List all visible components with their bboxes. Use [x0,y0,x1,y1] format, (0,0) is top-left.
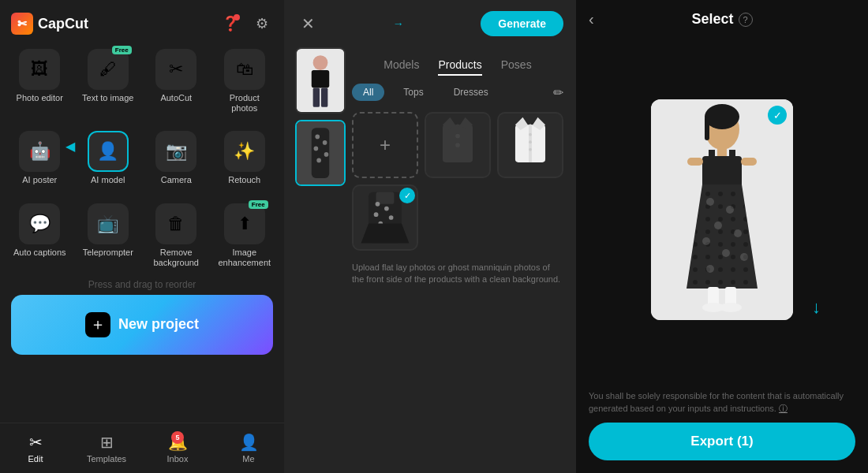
right-panel: ‹ Select ? ✓ [576,0,868,473]
tabs-row: Models Products Poses [339,47,576,76]
text-to-image-icon: Free 🖋 [88,49,129,90]
middle-header: ✕ → Generate [284,0,576,47]
thumbnail-2-image [297,121,344,184]
tool-photo-editor[interactable]: 🖼 Photo editor [8,43,72,120]
upload-hint: Upload flat lay photos or ghost manniqui… [352,262,563,286]
thumbnail-2[interactable] [295,120,346,186]
image-enhancement-icon: Free ⬆ [224,203,265,244]
tab-products[interactable]: Products [438,55,481,76]
tool-camera[interactable]: 📷 Camera [144,125,208,192]
svg-point-51 [722,249,730,257]
nav-edit-label: Edit [28,454,43,464]
nav-edit[interactable]: ✂ Edit [0,428,71,468]
model-preview: ✓ [651,99,793,320]
photo-editor-icon: 🖼 [19,49,60,90]
disclaimer-link[interactable]: ⓘ [779,404,788,413]
close-button[interactable]: ✕ [297,13,319,35]
svg-point-10 [324,152,329,157]
export-button[interactable]: Export (1) [589,423,855,460]
tool-ai-poster[interactable]: 🤖 AI poster [8,125,72,192]
right-header: ‹ Select ? [576,0,868,39]
svg-rect-43 [709,150,715,161]
middle-panel: ✕ → Generate [284,0,576,473]
new-project-button[interactable]: ＋ New project [11,295,273,355]
products-grid: + ✓ [339,107,576,255]
svg-point-48 [714,222,722,229]
product-dark-shirt[interactable] [425,112,491,178]
filter-dresses[interactable]: Dresses [443,84,499,101]
nav-me[interactable]: 👤 Me [213,428,284,468]
logo-bar: ✄ CapCut ❓ ⚙ [8,8,276,43]
new-project-label: New project [118,316,199,333]
help-button[interactable]: ❓ [219,13,241,35]
select-help-icon[interactable]: ? [739,13,753,27]
tool-autocut[interactable]: ✂ AutoCut [144,43,208,120]
nav-inbox[interactable]: 🔔 5 Inbox [142,428,213,468]
svg-rect-55 [741,158,757,166]
new-project-icon: ＋ [85,312,110,337]
preview-area: ✓ [576,39,868,381]
bottom-nav: ✂ Edit ⊞ Templates 🔔 5 Inbox 👤 Me [0,423,284,473]
remove-background-icon: 🗑 [155,203,196,244]
tool-ai-model[interactable]: 👤 AI model ◀ [77,125,140,192]
svg-rect-41 [717,147,727,158]
tab-poses[interactable]: Poses [501,55,532,76]
svg-rect-2 [312,70,330,88]
filter-all[interactable]: All [352,84,384,101]
svg-rect-4 [321,88,327,106]
camera-icon: 📷 [155,131,196,172]
tool-image-enhancement[interactable]: Free ⬆ Image enhancement [213,197,277,274]
product-selected-badge: ✓ [399,188,415,203]
product-white-shirt[interactable] [497,112,563,178]
help-notification-dot [234,14,240,20]
teleprompter-icon: 📺 [88,203,129,244]
svg-point-52 [740,253,748,261]
svg-point-50 [702,237,710,245]
svg-point-15 [455,134,460,139]
svg-point-7 [315,135,320,140]
tool-auto-captions-label: Auto captions [13,248,66,258]
nav-templates-label: Templates [87,454,126,464]
tab-models[interactable]: Models [383,55,419,76]
svg-point-59 [720,303,742,312]
generate-button[interactable]: Generate [481,11,563,36]
tool-remove-background[interactable]: 🗑 Remove background [144,197,208,274]
nav-inbox-label: Inbox [167,454,189,464]
svg-rect-40 [705,117,709,140]
product-polka-dress[interactable]: ✓ [352,184,418,251]
tool-ai-poster-label: AI poster [22,175,57,185]
app-name: CapCut [38,16,88,32]
tool-retouch[interactable]: ✨ Retouch [213,125,277,192]
tool-autocut-label: AutoCut [160,93,192,103]
tool-retouch-label: Retouch [228,175,260,185]
edit-filter-icon[interactable]: ✏ [553,85,563,100]
thumbnail-1[interactable] [295,47,346,114]
tool-camera-label: Camera [161,175,192,185]
add-icon: + [380,134,391,156]
free-badge-text-to-image: Free [112,46,132,54]
retouch-icon: ✨ [224,131,265,172]
svg-point-30 [389,215,394,220]
settings-button[interactable]: ⚙ [251,13,273,35]
back-button[interactable]: ‹ [589,10,594,28]
filter-row: All Tops Dresses ✏ [339,76,576,107]
export-arrow-down: ↓ [812,297,821,318]
tool-product-photos[interactable]: 🛍 Product photos [213,43,277,120]
templates-icon: ⊞ [100,433,114,452]
left-panel: ✄ CapCut ❓ ⚙ 🖼 Photo editor Free 🖋 [0,0,284,473]
svg-point-29 [374,212,379,217]
tool-teleprompter[interactable]: 📺 Teleprompter [77,197,140,274]
nav-templates[interactable]: ⊞ Templates [71,428,142,468]
arrow-indicator: ◀ [65,139,75,154]
tools-grid-row3: 💬 Auto captions 📺 Teleprompter 🗑 Remove … [8,197,276,274]
tool-auto-captions[interactable]: 💬 Auto captions [8,197,72,274]
svg-point-53 [706,265,714,273]
add-product-button[interactable]: + [352,112,418,178]
tool-text-to-image[interactable]: Free 🖋 Text to image [77,43,140,120]
thumbnail-1-image [297,49,344,112]
svg-point-8 [323,140,327,145]
right-footer: You shall be solely responsible for the … [576,381,868,473]
svg-point-16 [455,143,460,147]
svg-point-28 [384,207,389,211]
filter-tops[interactable]: Tops [392,84,434,101]
